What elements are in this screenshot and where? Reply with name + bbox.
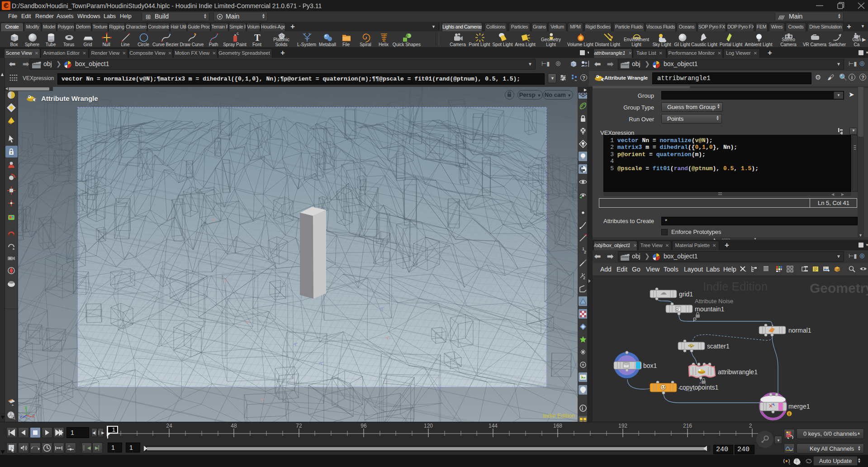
svg-text:Indie Edition: Indie Edition [703,280,768,293]
svg-text:normal1: normal1 [788,327,811,334]
svg-text:B: B [22,447,24,450]
svg-text:attribwrangle1: attribwrangle1 [718,368,758,376]
svg-text:120: 120 [424,423,433,429]
svg-text:2: 2 [584,250,586,254]
svg-text:scatter1: scatter1 [707,343,730,350]
svg-text:grid1: grid1 [679,291,693,298]
svg-text:i: i [582,405,583,411]
svg-text:merge1: merge1 [788,403,810,410]
svg-text:48: 48 [231,423,237,429]
svg-text:2: 2 [749,423,752,429]
svg-text:z: z [20,415,22,419]
svg-text:24: 24 [166,423,172,429]
svg-text:Geometry: Geometry [810,281,868,295]
svg-text:144: 144 [489,423,498,429]
svg-text:2: 2 [583,276,585,280]
svg-text:!: ! [788,412,790,416]
svg-text:box1: box1 [643,362,657,369]
svg-text:216: 216 [683,423,692,429]
svg-text:mountain1: mountain1 [695,305,725,313]
svg-text:copytopoints1: copytopoints1 [679,384,719,391]
svg-text:168: 168 [553,423,562,429]
svg-text:192: 192 [618,423,627,429]
svg-text:y: y [25,405,27,409]
svg-text:Attribute Noise: Attribute Noise [695,298,733,305]
svg-text:72: 72 [296,423,302,429]
svg-text:96: 96 [360,423,367,429]
svg-text:x: x [32,414,34,419]
svg-text:P: P [693,317,697,323]
